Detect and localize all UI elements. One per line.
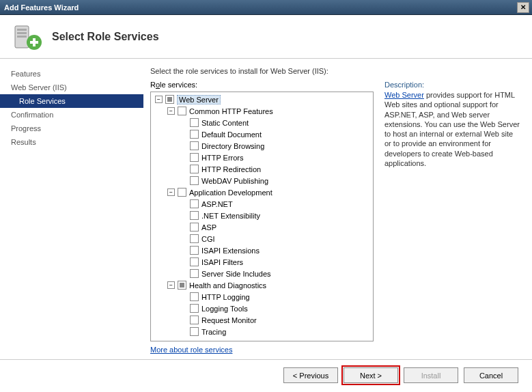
tree-item-label: Web Server [177, 95, 221, 104]
next-button[interactable]: Next > [344, 367, 398, 383]
page-title: Select Role Services [52, 31, 159, 43]
tree-scroll[interactable]: −Web Server−Common HTTP FeaturesStatic C… [151, 92, 373, 341]
instruction-text: Select the role services to install for … [150, 67, 521, 75]
tree-item[interactable]: −Application Development [152, 186, 372, 198]
tree-item-label: CGI [201, 235, 215, 243]
title-bar: Add Features Wizard ✕ [0, 0, 532, 15]
tree-item[interactable]: CGI [152, 233, 372, 244]
checkbox[interactable] [165, 95, 174, 104]
tree-item[interactable]: Logging Tools [152, 303, 372, 314]
step-role-services[interactable]: Role Services [0, 94, 143, 108]
description-link[interactable]: Web Server [384, 91, 424, 99]
tree-item[interactable]: −Health and Diagnostics [152, 279, 372, 291]
tree-item-label: .NET Extensibility [201, 212, 260, 220]
tree-item-label: Request Monitor [201, 316, 257, 324]
step-progress[interactable]: Progress [0, 122, 143, 135]
previous-button[interactable]: < Previous [283, 367, 338, 383]
step-confirmation[interactable]: Confirmation [0, 108, 143, 122]
collapse-icon[interactable]: − [155, 96, 163, 103]
tree-item-label: ASP [201, 223, 216, 232]
checkbox[interactable] [190, 118, 199, 127]
tree-item-label: Tracing [201, 328, 226, 336]
description-label: Description: [384, 81, 521, 89]
step-results[interactable]: Results [0, 135, 143, 149]
tree-item[interactable]: WebDAV Publishing [152, 175, 372, 186]
collapse-icon[interactable]: − [167, 281, 175, 289]
role-services-tree: −Web Server−Common HTTP FeaturesStatic C… [150, 92, 374, 341]
tree-item[interactable]: Tracing [152, 326, 372, 337]
tree-item[interactable]: Static Content [152, 117, 372, 128]
tree-item[interactable]: ISAPI Extensions [152, 244, 372, 256]
tree-item[interactable]: −Web Server [152, 94, 372, 105]
tree-label: Role services: [150, 81, 374, 89]
wizard-steps-sidebar: FeaturesWeb Server (IIS)Role ServicesCon… [0, 59, 143, 359]
checkbox[interactable] [190, 199, 199, 208]
checkbox[interactable] [190, 234, 199, 243]
wizard-footer: < Previous Next > Install Cancel [0, 359, 532, 391]
tree-item-label: Application Development [189, 188, 272, 197]
cancel-button[interactable]: Cancel [464, 367, 518, 383]
checkbox[interactable] [190, 257, 199, 266]
checkbox[interactable] [178, 107, 186, 115]
tree-item-label: Static Content [201, 119, 249, 127]
svg-rect-3 [17, 36, 27, 38]
checkbox[interactable] [190, 141, 199, 150]
close-button[interactable]: ✕ [517, 2, 529, 13]
tree-item-label: Default Document [201, 130, 262, 139]
tree-item-label: HTTP Errors [201, 154, 244, 162]
checkbox[interactable] [190, 292, 199, 301]
svg-rect-2 [17, 32, 27, 34]
tree-item-label: ISAPI Filters [201, 258, 243, 266]
checkbox[interactable] [190, 165, 199, 173]
checkbox[interactable] [190, 176, 199, 185]
tree-item-label: Health and Diagnostics [189, 281, 266, 290]
description-text: Web Server provides support for HTML Web… [384, 90, 521, 168]
tree-item[interactable]: HTTP Errors [152, 152, 372, 163]
checkbox[interactable] [190, 130, 199, 139]
tree-item[interactable]: HTTP Logging [152, 291, 372, 303]
install-button: Install [404, 367, 458, 383]
checkbox[interactable] [190, 246, 199, 255]
tree-item-label: Logging Tools [201, 305, 248, 313]
tree-item[interactable]: Request Monitor [152, 314, 372, 326]
checkbox[interactable] [178, 188, 186, 197]
tree-item[interactable]: ASP.NET [152, 198, 372, 210]
tree-item-label: Server Side Includes [201, 270, 271, 278]
collapse-icon[interactable]: − [167, 188, 175, 196]
tree-item[interactable]: Default Document [152, 128, 372, 140]
tree-item[interactable]: HTTP Redirection [152, 163, 372, 175]
step-features[interactable]: Features [0, 67, 143, 81]
tree-item[interactable]: Directory Browsing [152, 140, 372, 152]
tree-item-label: ISAPI Extensions [201, 247, 260, 255]
checkbox[interactable] [190, 223, 199, 232]
tree-item[interactable]: −Common HTTP Features [152, 105, 372, 117]
collapse-icon[interactable]: − [167, 107, 175, 115]
checkbox[interactable] [190, 269, 199, 278]
tree-item[interactable]: Server Side Includes [152, 268, 372, 279]
svg-rect-6 [30, 41, 38, 44]
server-icon [11, 20, 44, 53]
tree-item[interactable]: ISAPI Filters [152, 256, 372, 268]
window-title: Add Features Wizard [3, 3, 517, 12]
tree-item-label: ASP.NET [201, 200, 233, 208]
checkbox[interactable] [190, 153, 199, 162]
checkbox[interactable] [178, 281, 186, 290]
checkbox[interactable] [190, 304, 199, 313]
tree-item-label: HTTP Logging [201, 293, 250, 301]
tree-item-label: Common HTTP Features [189, 107, 273, 115]
tree-item-label: Directory Browsing [201, 142, 264, 150]
checkbox[interactable] [190, 327, 199, 336]
tree-item-label: WebDAV Publishing [201, 177, 268, 185]
tree-item[interactable]: ASP [152, 221, 372, 233]
wizard-header: Select Role Services [0, 15, 532, 59]
checkbox[interactable] [190, 211, 199, 220]
tree-item-label: HTTP Redirection [201, 165, 261, 173]
checkbox[interactable] [190, 316, 199, 324]
tree-item[interactable]: .NET Extensibility [152, 210, 372, 221]
svg-rect-1 [17, 29, 27, 31]
more-about-link[interactable]: More about role services [150, 346, 374, 354]
step-web-server-iis-[interactable]: Web Server (IIS) [0, 81, 143, 94]
